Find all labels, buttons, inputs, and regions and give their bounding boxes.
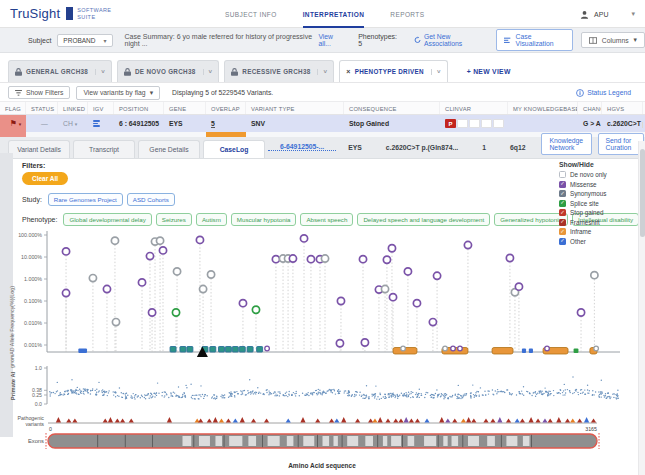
my-knowledgebase-cell: [508, 115, 578, 132]
phenotype-chip[interactable]: Global developmental delay: [63, 213, 151, 226]
svg-text:1.000%: 1.000%: [24, 276, 42, 282]
view-tab-label: RECESSIVE GRCH38: [242, 68, 310, 75]
column-header-clinvar: CLINVAR: [440, 102, 508, 114]
view-tab-general-grch38[interactable]: GENERAL GRCH38˅: [8, 60, 112, 82]
view-tab-recessive-grch38[interactable]: RECESSIVE GRCH38˅: [224, 60, 334, 82]
pathogenic-variant-marker: [341, 417, 346, 423]
checkbox-icon[interactable]: ✓: [559, 209, 566, 216]
consequence-cell: Stop Gained: [344, 115, 440, 132]
legend-item-missense[interactable]: ✓Missense: [559, 181, 631, 188]
study-chip[interactable]: ASD Cohorts: [127, 193, 175, 206]
clinvar-pathogenic-badge[interactable]: P: [445, 119, 456, 128]
pathogenic-variant-marker: [520, 419, 525, 423]
overlap-count[interactable]: 5: [211, 120, 215, 128]
variant-point-missense: [389, 294, 396, 301]
legend-item-splice-site[interactable]: ✓Splice site: [559, 200, 631, 207]
view-by-flag-select[interactable]: View variants by flag▾: [76, 86, 160, 100]
case-visualization-button[interactable]: Case Visualization: [496, 29, 572, 51]
pathogenic-variant-marker: [300, 417, 305, 423]
close-icon[interactable]: ×: [346, 68, 350, 75]
new-view-button[interactable]: + NEW VIEW: [467, 68, 511, 75]
column-header-change: CHANGE: [578, 102, 602, 114]
chevron-down-icon[interactable]: ˅: [203, 69, 213, 75]
get-new-associations-button[interactable]: Get New Associations: [414, 33, 483, 47]
subject-select[interactable]: PROBAND▾: [57, 34, 112, 47]
variant-point-synonymous: [321, 255, 328, 262]
detail-tab-transcript[interactable]: Transcript: [73, 140, 135, 158]
phenotype-chip[interactable]: Autism: [196, 213, 227, 226]
vertical-scrollbar[interactable]: [638, 141, 645, 475]
checkbox-icon[interactable]: ✓: [559, 219, 566, 226]
phenotype-chip[interactable]: Absent speech: [300, 213, 353, 226]
svg-text:10.000%: 10.000%: [21, 254, 42, 260]
columns-button[interactable]: Columns ▾: [581, 32, 645, 48]
legend-item-synonymous[interactable]: ✓Synonymous: [559, 190, 631, 197]
clear-all-button[interactable]: Clear All: [22, 172, 68, 185]
pathogenic-variant-marker: [385, 419, 390, 423]
chevron-down-icon[interactable]: ˅: [431, 69, 441, 75]
user-name: APU: [594, 11, 608, 18]
knowledge-network-button[interactable]: Knowledge Network: [541, 133, 591, 155]
show-filters-button[interactable]: Show Filters: [8, 86, 70, 99]
status-cell[interactable]: —: [26, 115, 58, 132]
clinvar-empty-box: [481, 119, 492, 128]
variant-point-missense: [196, 236, 203, 243]
nav-tab-interpretation[interactable]: INTERPRETATION: [303, 0, 365, 28]
checkbox-icon[interactable]: ✓: [559, 181, 566, 188]
pathogenic-variant-marker: [72, 419, 77, 423]
flag-cell[interactable]: ⚑▾: [0, 115, 26, 132]
checkbox-icon[interactable]: ✓: [559, 190, 566, 197]
nav-tab-subject-info[interactable]: SUBJECT INFO: [225, 0, 277, 28]
igv-cell[interactable]: [88, 115, 114, 132]
status-legend-link[interactable]: Status Legend: [576, 89, 631, 97]
user-menu[interactable]: APU ▾: [580, 0, 635, 28]
pathogenic-variant-marker: [120, 419, 125, 423]
clinvar-empty-box: [493, 119, 504, 128]
variant-point-splice: [252, 306, 259, 313]
pathogenic-variant-marker: [577, 419, 582, 423]
baseline-square-marker: [187, 347, 193, 353]
detail-tab-variant-details[interactable]: Variant Details: [8, 140, 70, 158]
pathogenic-variant-marker: [556, 417, 561, 423]
phenotype-chip[interactable]: Muscular hypotonia: [231, 213, 297, 226]
linked-cell[interactable]: CH▾: [58, 115, 88, 132]
column-header-hgvs: HGVS: [602, 102, 643, 114]
checkbox-icon[interactable]: ✓: [559, 200, 566, 207]
detail-tab-gene-details[interactable]: Gene Details: [138, 140, 200, 158]
variant-id-link[interactable]: 6-64912505-...: [268, 143, 336, 151]
nav-tab-reports[interactable]: REPORTS: [390, 0, 424, 28]
chevron-down-icon: ▾: [631, 10, 635, 18]
study-chip[interactable]: Rare Genomes Project: [48, 193, 123, 206]
view-all-link[interactable]: View all...: [318, 33, 344, 47]
filter-icon: [15, 90, 22, 96]
view-tab-de-novo-grch38[interactable]: DE NOVO GRCH38˅: [117, 60, 219, 82]
summary-cytoband: 6q12: [498, 144, 538, 151]
checkbox-icon[interactable]: [559, 171, 566, 178]
pathogenic-variant-marker: [591, 419, 596, 423]
chevron-down-icon[interactable]: ˅: [95, 69, 105, 75]
caselog-chart[interactable]: 100.000%10.000%1.000%0.100%0.010%0.001%g…: [0, 227, 645, 475]
variant-row[interactable]: ⚑▾—CH▾6 : 64912505EYS5SNVStop GainedPG >…: [0, 115, 645, 132]
phenotype-chip[interactable]: Delayed speech and language development: [357, 213, 490, 226]
send-for-curation-button[interactable]: Send for Curation: [598, 133, 644, 155]
pathogenic-variant-marker: [329, 419, 334, 423]
phenotype-chip[interactable]: Seizures: [156, 213, 192, 226]
view-tab-label: PHENOTYPE DRIVEN: [355, 68, 424, 75]
legend-item-frameshift[interactable]: ✓Frameshift: [559, 219, 631, 226]
detail-tab-caselog[interactable]: CaseLog: [203, 140, 265, 158]
variant-point-synonymous: [112, 318, 119, 325]
chevron-down-icon[interactable]: ˅: [317, 69, 327, 75]
clinvar-empty-box: [469, 119, 480, 128]
scrollbar-thumb[interactable]: [640, 149, 645, 237]
lollipop-chart-svg: 100.000%10.000%1.000%0.100%0.010%0.001%g…: [0, 227, 645, 475]
variant-point-missense: [337, 297, 344, 304]
view-tab-phenotype-driven[interactable]: ×PHENOTYPE DRIVEN˅: [339, 60, 447, 82]
phenotype-chip[interactable]: Generalized hypotonia: [494, 213, 568, 226]
variant-point-synonymous: [156, 237, 163, 244]
overlap-cell[interactable]: 5: [206, 115, 246, 132]
pathogenic-variant-marker: [315, 419, 320, 423]
legend-denovo-checkbox[interactable]: De novo only: [559, 171, 631, 178]
clinvar-cell[interactable]: P: [440, 115, 508, 132]
refresh-icon: [414, 36, 421, 44]
legend-item-stop-gained[interactable]: ✓Stop gained: [559, 209, 631, 216]
